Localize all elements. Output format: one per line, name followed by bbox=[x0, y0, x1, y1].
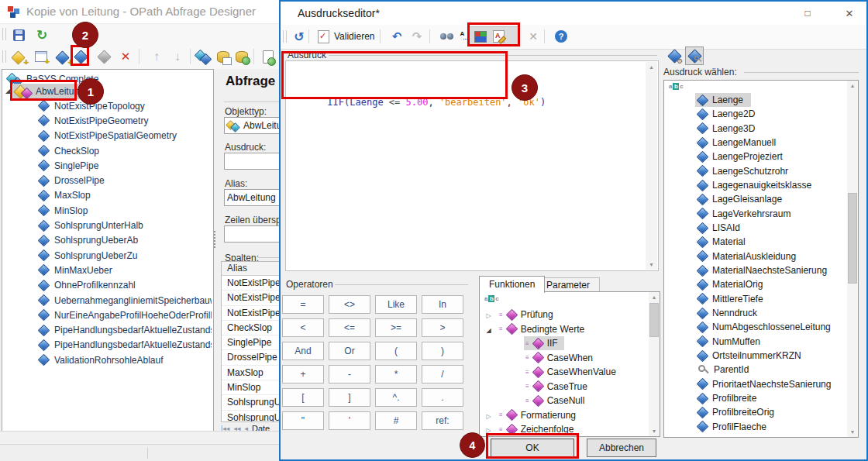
operator-button[interactable]: + bbox=[282, 365, 324, 384]
tree-item[interactable]: SohlsprungUnterHalb bbox=[2, 218, 212, 232]
field-list-item[interactable]: Material bbox=[664, 235, 847, 249]
database-table-button[interactable] bbox=[214, 47, 232, 66]
revert-button[interactable]: ↺ bbox=[290, 27, 308, 46]
expander-icon[interactable] bbox=[484, 309, 493, 320]
redo-button[interactable]: ↷ bbox=[408, 27, 426, 46]
field-list-item[interactable]: LageVerkehrsraum bbox=[664, 207, 847, 221]
field-list-item[interactable]: ParentId bbox=[664, 363, 847, 377]
field-list-item[interactable]: LaengeSchutzrohr bbox=[664, 164, 847, 178]
function-tree-item[interactable]: ≡ CaseTrue bbox=[480, 380, 649, 394]
toolbar-grip[interactable] bbox=[2, 28, 6, 40]
toolbar-grip[interactable] bbox=[283, 30, 287, 43]
scrollbar-thumb[interactable] bbox=[649, 303, 659, 337]
field-list-item[interactable]: LageGleisanlage bbox=[664, 192, 847, 206]
add-validation-button[interactable]: + bbox=[53, 47, 71, 66]
delete-button[interactable]: ✕ bbox=[116, 47, 135, 66]
tree-item[interactable]: NotExistPipeSpatialGeometry bbox=[2, 129, 212, 143]
help-button[interactable]: ? bbox=[552, 27, 570, 46]
tree-item[interactable]: UebernahmegangliniemitSpeicherbauwerk bbox=[2, 293, 212, 308]
operator-button[interactable]: > bbox=[422, 318, 463, 337]
field-list-item[interactable]: MaterialOrig bbox=[664, 277, 847, 291]
field-list-item[interactable]: LaengeManuell bbox=[664, 136, 847, 150]
scroll-up-icon[interactable]: ▴ bbox=[646, 62, 657, 72]
scroll-down-icon[interactable]: ▾ bbox=[847, 427, 858, 437]
operator-button[interactable]: <> bbox=[329, 295, 370, 314]
function-tree-item[interactable]: ≡ IIF bbox=[480, 336, 649, 351]
field-list-item[interactable]: MaterialAuskleidung bbox=[664, 249, 847, 263]
operator-button[interactable]: # bbox=[375, 411, 417, 430]
tab-parameter[interactable]: Parameter bbox=[536, 277, 600, 293]
operator-button[interactable]: ' bbox=[329, 411, 370, 430]
tree-item[interactable]: PipeHandlungsbedarfAktuelleZustandsbe... bbox=[2, 338, 212, 353]
operator-button[interactable]: ] bbox=[329, 388, 370, 407]
scroll-up-icon[interactable]: ▴ bbox=[847, 81, 858, 91]
expander-icon[interactable] bbox=[484, 324, 493, 335]
add-table-button[interactable]: + bbox=[32, 47, 50, 66]
field-list-scrollbar[interactable]: ▴ ▾ bbox=[847, 81, 858, 437]
operator-button[interactable]: Or bbox=[329, 342, 370, 360]
field-list-item[interactable]: NumAbgeschlosseneLeitung bbox=[664, 320, 847, 334]
function-tree-item[interactable]: ≡ Bedingte Werte bbox=[480, 322, 649, 337]
find-button[interactable] bbox=[437, 27, 456, 46]
tree-item[interactable]: MinMaxUeber bbox=[2, 263, 212, 277]
field-key-toggle-button[interactable] bbox=[685, 46, 704, 65]
operator-button[interactable]: ( bbox=[375, 342, 417, 360]
refresh-button[interactable]: ↻ bbox=[33, 26, 51, 44]
field-list-item[interactable]: Laenge3D bbox=[664, 122, 847, 136]
tree-item[interactable]: CheckSlop bbox=[2, 143, 212, 158]
field-list-item[interactable]: NumMuffen bbox=[664, 335, 847, 349]
toolbar-grip[interactable] bbox=[2, 50, 6, 63]
operator-button[interactable]: Like bbox=[375, 295, 417, 314]
tree-item[interactable]: MinSlop bbox=[2, 203, 212, 218]
validate-button[interactable]: ✓ Validieren bbox=[313, 26, 379, 46]
operator-button[interactable]: [ bbox=[282, 388, 324, 407]
tree-item[interactable]: PipeHandlungsbedarfAktuelleZustandsbe... bbox=[2, 322, 212, 337]
tree-item[interactable]: MaxSlop bbox=[2, 188, 212, 203]
operator-button[interactable]: <= bbox=[329, 318, 370, 337]
tree-item[interactable]: OhneProfilkennzahl bbox=[2, 278, 212, 293]
tree-item[interactable]: SohlsprungUeberZu bbox=[2, 248, 212, 263]
move-up-button[interactable]: ↑ bbox=[147, 47, 166, 66]
tree-item[interactable]: NurEineAngabeProfilHoeheOderProfilbreite bbox=[2, 308, 212, 322]
tree-item[interactable]: DrosselPipe bbox=[2, 173, 212, 187]
operator-button[interactable]: ^. bbox=[375, 388, 417, 407]
expander-icon[interactable] bbox=[484, 410, 493, 421]
clear-expression-button[interactable]: ✕ bbox=[524, 27, 542, 46]
operator-button[interactable]: * bbox=[375, 365, 417, 384]
field-settings-button[interactable]: ⚙ bbox=[665, 46, 684, 65]
expression-scrollbar[interactable]: ▴ ▾ bbox=[646, 62, 657, 270]
function-tree-item[interactable]: ≡ Prüfung bbox=[480, 308, 649, 322]
save-button[interactable] bbox=[9, 26, 28, 44]
field-list-item[interactable]: MaterialNaechsteSanierung bbox=[664, 263, 847, 277]
scroll-up-icon[interactable]: ▴ bbox=[649, 292, 660, 302]
field-list-item[interactable]: LaengeProjeziert bbox=[664, 150, 847, 163]
tree-item[interactable]: SinglePipe bbox=[2, 158, 212, 173]
database-globe-button[interactable] bbox=[232, 47, 251, 66]
field-list-item[interactable]: Laenge2D bbox=[664, 107, 847, 121]
tree-item[interactable]: ValidationRohrsohleAblauf bbox=[2, 353, 212, 367]
field-list-item[interactable]: LISAId bbox=[664, 221, 847, 235]
operator-button[interactable]: And bbox=[282, 342, 324, 360]
tab-funktionen[interactable]: Funktionen bbox=[479, 276, 545, 293]
close-button[interactable]: ✕ bbox=[834, 2, 865, 25]
operator-button[interactable]: " bbox=[282, 411, 324, 430]
undo-button[interactable]: ↶ bbox=[388, 27, 406, 46]
function-tree-item[interactable]: ≡ CaseWhen bbox=[480, 351, 649, 366]
field-list-item[interactable]: ProfilFlaeche bbox=[664, 420, 847, 434]
operator-button[interactable]: < bbox=[282, 318, 324, 337]
field-list-item[interactable]: ProfilbreiteOrig bbox=[664, 405, 847, 419]
report-button[interactable] bbox=[259, 47, 277, 66]
field-list-item[interactable]: Nenndruck bbox=[664, 306, 847, 320]
disabled-rule-button[interactable] bbox=[95, 47, 113, 66]
operator-button[interactable]: ref: bbox=[422, 411, 463, 430]
operator-button[interactable]: ) bbox=[422, 342, 463, 360]
scrollbar-thumb[interactable] bbox=[848, 193, 857, 284]
field-list-item[interactable]: Profilbreite bbox=[664, 391, 847, 405]
add-query-group-button[interactable]: + bbox=[9, 47, 27, 66]
tree-item[interactable]: SohlsprungUeberAb bbox=[2, 233, 212, 248]
operator-button[interactable]: >= bbox=[375, 318, 417, 337]
splitter-handle[interactable] bbox=[214, 231, 217, 248]
operator-button[interactable]: - bbox=[329, 365, 370, 384]
tree-item[interactable]: NotExistPipeGeometry bbox=[2, 113, 212, 128]
field-list-item[interactable]: Lagegenauigkeitsklasse bbox=[664, 178, 847, 192]
